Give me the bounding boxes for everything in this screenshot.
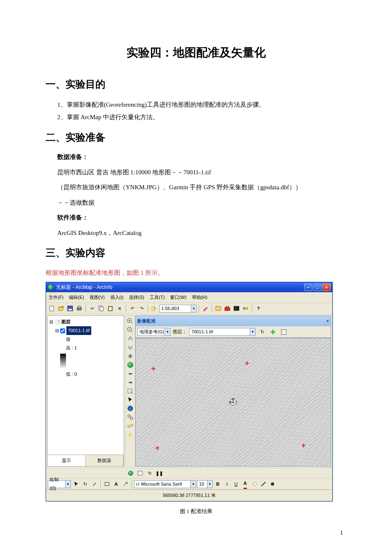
fill-color-button[interactable] <box>250 480 258 488</box>
svg-rect-3 <box>77 308 81 310</box>
add-control-point-icon[interactable] <box>269 328 277 336</box>
rotate-element-icon[interactable]: ↻ <box>81 480 89 488</box>
font-size-combo[interactable]: 10 ▼ <box>197 480 213 488</box>
svg-rect-28 <box>126 482 127 484</box>
undo-button[interactable]: ↶ <box>128 304 136 313</box>
close-button[interactable]: × <box>322 284 331 291</box>
toc-tab-display[interactable]: 显示 <box>48 455 86 466</box>
svg-rect-4 <box>78 306 80 308</box>
status-bar: 565580.38 2777951.11 米 <box>46 489 332 501</box>
collapse-icon[interactable]: ⊟ <box>49 318 53 326</box>
menu-edit[interactable]: 编辑(E) <box>69 295 84 300</box>
hyperlink-icon[interactable]: ⚡ <box>126 430 134 439</box>
bold-button[interactable]: B <box>214 480 222 488</box>
rotate-tool-icon[interactable]: ↻ <box>258 328 266 336</box>
zoom-element-icon[interactable]: ⤢ <box>90 480 98 488</box>
toolbar-separator <box>126 305 126 312</box>
next-extent-icon[interactable]: ➡ <box>126 378 134 386</box>
georeferencing-toolbar[interactable]: 影像配准 × 地理参考(G) ▼ 图层： 70011-1.tif ▼ ↻ <box>135 315 331 338</box>
model-builder-icon[interactable] <box>241 304 250 313</box>
cut-button[interactable]: ✂ <box>88 304 96 313</box>
menu-help[interactable]: 帮助(H) <box>192 295 207 300</box>
find-icon[interactable] <box>126 413 134 421</box>
layer-high-label: 高 : 1 <box>49 344 122 352</box>
fixed-zoom-in-icon[interactable] <box>126 335 134 343</box>
select-elements-icon[interactable] <box>126 396 134 404</box>
control-point-marker: + <box>155 441 160 455</box>
figure-1: 无标题 - ArcMap - ArcInfo – □ × 文件(F) 编辑(E)… <box>46 282 346 516</box>
layer-visibility-checkbox[interactable] <box>60 328 65 333</box>
data-prep-line-2: （昆明市旅游休闲地图（YNKM.JPG）、Garmin 手持 GPS 野外采集数… <box>46 181 346 193</box>
pan-icon[interactable] <box>126 352 134 360</box>
delete-button[interactable]: ✕ <box>115 304 124 313</box>
georef-layer-combo[interactable]: 70011-1.tif ▼ <box>189 328 256 336</box>
map-area: 影像配准 × 地理参考(G) ▼ 图层： 70011-1.tif ▼ ↻ <box>135 315 331 467</box>
new-doc-button[interactable] <box>48 304 56 313</box>
full-extent-icon[interactable] <box>126 361 134 369</box>
help-button[interactable]: ? <box>254 304 263 313</box>
maximize-button[interactable]: □ <box>313 284 321 291</box>
svg-rect-2 <box>68 309 72 311</box>
toolbar-separator <box>148 305 148 312</box>
data-prep-label: 数据准备： <box>46 151 346 163</box>
georef-menu[interactable]: 地理参考(G) ▼ <box>137 328 170 336</box>
svg-rect-11 <box>225 308 230 311</box>
zoom-out-icon[interactable] <box>126 326 134 334</box>
menu-tools[interactable]: 工具(T) <box>150 295 165 300</box>
collapse-icon[interactable]: ⊟ <box>55 326 59 335</box>
arccatalog-icon[interactable] <box>214 304 222 313</box>
toc-root-row[interactable]: ⊟ 📑 图层 <box>49 318 122 326</box>
open-button[interactable] <box>57 304 65 313</box>
map-canvas[interactable]: + + + + <box>135 338 331 467</box>
pause-drawing-icon[interactable]: ❚❚ <box>155 469 163 477</box>
svg-text:>_: >_ <box>235 307 239 311</box>
toc-tab-source[interactable]: 数据源 <box>86 455 124 466</box>
soft-prep-label: 软件准备： <box>46 212 346 224</box>
layout-view-icon[interactable] <box>136 469 144 477</box>
prev-extent-icon[interactable]: ⬅ <box>126 369 134 378</box>
refresh-view-icon[interactable]: ↻ <box>146 469 154 477</box>
data-view-icon[interactable] <box>127 469 135 477</box>
menu-window[interactable]: 窗口(W) <box>170 295 187 300</box>
select-features-icon[interactable] <box>126 387 134 395</box>
menu-select[interactable]: 选择(S) <box>129 295 144 300</box>
editor-toolbar-icon[interactable] <box>201 304 209 313</box>
save-button[interactable] <box>66 304 74 313</box>
measure-icon[interactable] <box>126 422 134 430</box>
scale-combo[interactable]: 1:55,803 ▼ <box>159 305 197 313</box>
new-text-icon[interactable]: A <box>112 480 120 488</box>
app-icon <box>48 284 54 290</box>
toolbox-icon[interactable] <box>223 304 231 313</box>
minimize-button[interactable]: – <box>304 284 312 291</box>
zoom-in-icon[interactable] <box>126 317 134 325</box>
line-color-button[interactable] <box>259 480 268 488</box>
print-button[interactable] <box>75 304 83 313</box>
svg-rect-25 <box>281 330 286 335</box>
menu-view[interactable]: 视图(V) <box>90 295 105 300</box>
copy-button[interactable] <box>97 304 105 313</box>
font-color-button[interactable]: A <box>241 480 249 488</box>
toolbar-separator <box>131 480 132 488</box>
draw-menu[interactable]: 绘制(D) ▼ <box>48 480 71 488</box>
identify-icon[interactable]: i <box>126 404 134 413</box>
marker-color-button[interactable] <box>268 480 277 488</box>
underline-button[interactable]: U <box>232 480 240 488</box>
redo-button[interactable]: ↷ <box>137 304 146 313</box>
paste-button[interactable] <box>106 304 114 313</box>
toolbar-close-icon[interactable]: × <box>326 317 329 325</box>
fixed-zoom-out-icon[interactable] <box>126 343 134 352</box>
new-rectangle-icon[interactable] <box>103 480 111 488</box>
menu-insert[interactable]: 插入(I) <box>110 295 124 300</box>
add-data-button[interactable] <box>150 304 158 313</box>
italic-button[interactable]: I <box>223 480 231 488</box>
command-line-icon[interactable]: >_ <box>232 304 241 313</box>
link-table-icon[interactable] <box>280 328 288 336</box>
data-prep-line-1: 昆明市西山区 普吉 地形图 1:10000 地形图－－70011-1.tif <box>46 166 346 178</box>
s3-intro: 根据地形图坐标配准地形图，如图 1 所示。 <box>46 267 346 279</box>
font-combo[interactable]: 𝑶 Microsoft Sans Serif ▼ <box>134 480 196 488</box>
toc-layer-row[interactable]: ⊟ 70011-1.tif <box>49 326 122 335</box>
menu-file[interactable]: 文件(F) <box>49 295 63 300</box>
toolbar-separator <box>100 480 101 488</box>
edit-vertices-icon[interactable] <box>121 480 129 488</box>
pointer-icon[interactable] <box>72 480 80 488</box>
